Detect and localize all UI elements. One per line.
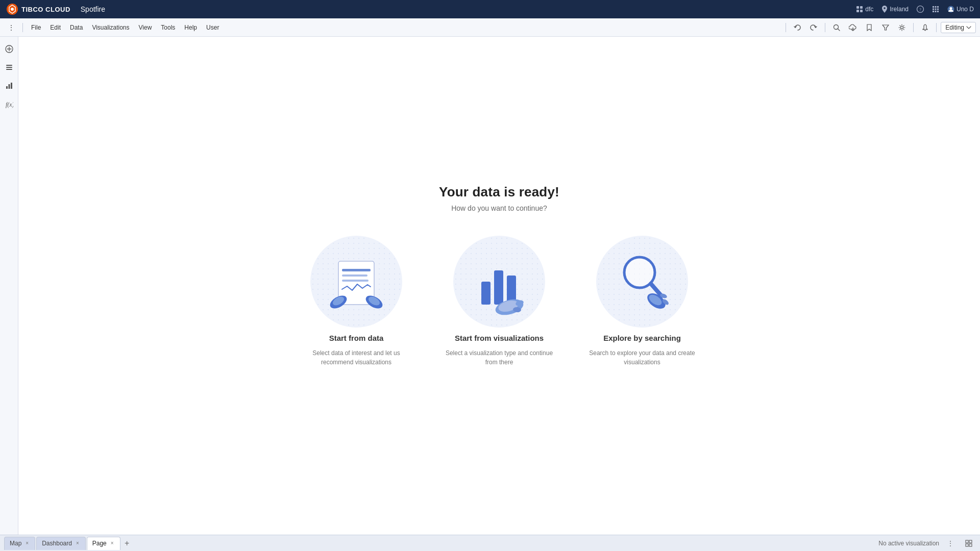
help-menu-button[interactable]: Help bbox=[180, 22, 201, 33]
map-tab-label: Map bbox=[10, 540, 21, 547]
tibco-cloud-text: TIBCO CLOUD bbox=[21, 6, 70, 13]
dfc-item[interactable]: dfc bbox=[856, 6, 873, 13]
logo-area[interactable]: TIBCO CLOUD bbox=[6, 3, 70, 15]
svg-rect-3 bbox=[860, 6, 863, 9]
main-title: Your data is ready! bbox=[439, 184, 559, 200]
map-tab[interactable]: Map × bbox=[4, 537, 35, 550]
tab-bar-right: No active visualization ⋮ bbox=[878, 536, 976, 550]
dashboard-icon bbox=[856, 6, 863, 13]
search-toolbar-button[interactable] bbox=[829, 20, 844, 35]
sidebar-list-button[interactable] bbox=[1, 59, 17, 76]
svg-rect-66 bbox=[969, 540, 972, 543]
map-tab-close[interactable]: × bbox=[24, 540, 30, 546]
toolbar: ⋮ File Edit Data Visualizations View Too… bbox=[0, 18, 980, 37]
svg-rect-17 bbox=[937, 11, 939, 12]
add-tab-button[interactable]: + bbox=[121, 538, 133, 549]
toolbar-separator-2 bbox=[786, 23, 786, 32]
editing-button[interactable]: Editing bbox=[941, 22, 976, 33]
welcome-content: Your data is ready! How do you want to c… bbox=[300, 184, 698, 367]
toolbar-menu: File Edit Data Visualizations View Tools… bbox=[27, 22, 781, 33]
svg-rect-29 bbox=[6, 69, 12, 70]
start-from-visualizations-card[interactable]: Start from visualizations Select a visua… bbox=[443, 236, 555, 367]
cloud-toolbar-button[interactable] bbox=[846, 20, 860, 35]
start-from-data-illustration bbox=[310, 236, 402, 328]
dfc-label: dfc bbox=[865, 6, 873, 13]
svg-rect-49 bbox=[494, 270, 503, 305]
grid-view-icon bbox=[965, 540, 972, 547]
redo-icon bbox=[810, 24, 817, 31]
svg-text:?: ? bbox=[919, 8, 921, 12]
svg-rect-67 bbox=[966, 544, 968, 546]
settings-toolbar-button[interactable] bbox=[895, 20, 909, 35]
filter-toolbar-button[interactable] bbox=[878, 20, 893, 35]
svg-rect-11 bbox=[937, 6, 939, 8]
dashboard-tab-label: Dashboard bbox=[42, 540, 72, 547]
dots-menu-button[interactable]: ⋮ bbox=[4, 20, 18, 35]
region-item[interactable]: Ireland bbox=[881, 6, 909, 13]
bell-toolbar-button[interactable] bbox=[918, 20, 932, 35]
start-from-viz-title: Start from visualizations bbox=[455, 334, 544, 342]
svg-rect-9 bbox=[933, 6, 934, 8]
undo-icon bbox=[794, 24, 801, 31]
tibco-logo-icon bbox=[6, 3, 18, 15]
file-menu-button[interactable]: File bbox=[27, 22, 45, 33]
sidebar-add-button[interactable] bbox=[1, 41, 17, 57]
page-tab[interactable]: Page × bbox=[87, 537, 120, 550]
edit-menu-button[interactable]: Edit bbox=[46, 22, 65, 33]
top-bar-right: dfc Ireland ? bbox=[856, 6, 974, 13]
toolbar-right: Editing bbox=[829, 20, 976, 35]
grid-item[interactable] bbox=[932, 6, 939, 13]
data-menu-button[interactable]: Data bbox=[66, 22, 87, 33]
sidebar: f(x) bbox=[0, 37, 18, 535]
toolbar-separator-5 bbox=[936, 23, 937, 32]
editing-label: Editing bbox=[945, 24, 964, 31]
tools-menu-button[interactable]: Tools bbox=[157, 22, 179, 33]
toolbar-separator-3 bbox=[825, 23, 825, 32]
start-from-data-card[interactable]: Start from data Select data of interest … bbox=[300, 236, 412, 367]
no-active-viz-status: No active visualization bbox=[878, 540, 939, 547]
svg-rect-39 bbox=[342, 274, 368, 277]
svg-rect-65 bbox=[966, 540, 968, 543]
sidebar-formula-button[interactable]: f(x) bbox=[1, 96, 17, 112]
start-from-data-title: Start from data bbox=[329, 334, 384, 342]
user-item[interactable]: Uno D bbox=[947, 6, 974, 13]
svg-rect-2 bbox=[856, 6, 859, 9]
undo-button[interactable] bbox=[790, 20, 804, 35]
svg-rect-10 bbox=[935, 6, 936, 8]
bookmark-toolbar-button[interactable] bbox=[862, 20, 876, 35]
tab-bar-grid-button[interactable] bbox=[962, 536, 976, 550]
help-icon: ? bbox=[917, 6, 924, 13]
view-menu-button[interactable]: View bbox=[135, 22, 156, 33]
visualizations-menu-button[interactable]: Visualizations bbox=[88, 22, 133, 33]
svg-rect-31 bbox=[8, 84, 10, 89]
page-tab-close[interactable]: × bbox=[110, 540, 115, 546]
svg-rect-38 bbox=[342, 269, 371, 271]
svg-rect-32 bbox=[11, 83, 12, 89]
svg-rect-14 bbox=[937, 9, 939, 10]
help-item[interactable]: ? bbox=[917, 6, 924, 13]
toolbar-separator-1 bbox=[22, 23, 23, 32]
redo-button[interactable] bbox=[806, 20, 821, 35]
explore-by-searching-card[interactable]: Explore by searching Search to explore y… bbox=[586, 236, 698, 367]
dashboard-tab-close[interactable]: × bbox=[75, 540, 80, 546]
list-icon bbox=[5, 63, 13, 71]
svg-rect-40 bbox=[342, 280, 369, 282]
svg-point-1 bbox=[11, 8, 14, 11]
data-illustration-svg bbox=[310, 236, 402, 328]
bookmark-icon bbox=[866, 24, 872, 31]
chevron-down-icon bbox=[966, 26, 971, 29]
formula-icon: f(x) bbox=[5, 100, 13, 108]
main-subtitle: How do you want to continue? bbox=[451, 204, 547, 212]
explore-title: Explore by searching bbox=[603, 334, 681, 342]
cloud-icon bbox=[849, 24, 857, 31]
svg-rect-12 bbox=[933, 9, 934, 10]
app-name: Spotfire bbox=[81, 5, 105, 13]
svg-point-6 bbox=[884, 7, 886, 9]
tab-bar-more-button[interactable]: ⋮ bbox=[943, 536, 958, 550]
sidebar-chart-button[interactable] bbox=[1, 78, 17, 94]
bar-chart-icon bbox=[5, 82, 13, 90]
dashboard-tab[interactable]: Dashboard × bbox=[36, 537, 86, 550]
user-menu-button[interactable]: User bbox=[202, 22, 223, 33]
svg-rect-28 bbox=[6, 67, 12, 68]
start-from-data-desc: Select data of interest and let us recom… bbox=[300, 348, 412, 367]
